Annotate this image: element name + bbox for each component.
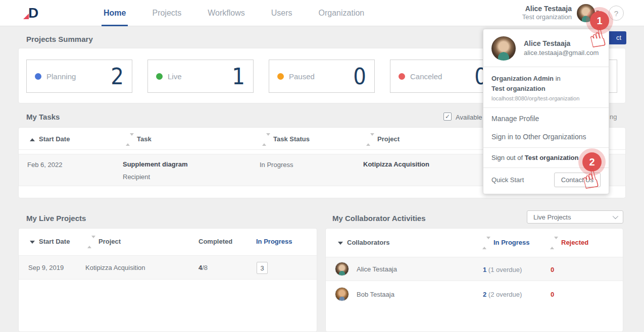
task-status: In Progress: [260, 161, 293, 169]
dropdown-user-email: alice.testaaja@gmail.com: [524, 49, 599, 57]
help-icon: ?: [614, 9, 618, 18]
project-name[interactable]: Kotipizza Acquisition: [85, 264, 145, 271]
paused-dot-icon: [277, 73, 284, 80]
org-name: Test organization: [491, 84, 601, 94]
card-value: 0: [353, 64, 366, 89]
sort-asc-icon: [30, 138, 35, 141]
sort-desc-icon: [30, 241, 35, 244]
projects-filter-select[interactable]: Live Projects: [527, 210, 623, 224]
nav-item-users[interactable]: Users: [271, 0, 292, 26]
nav-item-organization[interactable]: Organization: [319, 0, 365, 26]
my-tasks-title: My Tasks: [26, 113, 60, 121]
collaborator-activities-panel: Collaborators In Progress Rejected Alice…: [325, 228, 623, 332]
chevron-down-icon: [613, 213, 618, 219]
card-label: Live: [168, 72, 182, 81]
clipped-label-fragment: ng: [610, 113, 617, 121]
collaborator-name: Bob Testaaja: [357, 291, 394, 298]
top-navbar: D Home Projects Workflows Users Organiza…: [0, 0, 644, 26]
dropdown-avatar: [491, 36, 516, 61]
card-label: Canceled: [410, 72, 442, 81]
col-task[interactable]: Task: [126, 135, 152, 143]
summary-card-planning[interactable]: Planning 2: [26, 60, 132, 93]
org-role: Organization Admin: [491, 75, 554, 82]
app-logo-icon[interactable]: D: [23, 5, 40, 22]
card-label: Paused: [289, 72, 315, 81]
col-in-progress[interactable]: In Progress: [256, 238, 292, 245]
user-info[interactable]: Alice Testaaja Test organization: [485, 5, 572, 21]
nav-item-workflows[interactable]: Workflows: [208, 0, 245, 26]
dashboard-page: D Home Projects Workflows Users Organiza…: [0, 0, 644, 332]
in-progress-cell[interactable]: 1 (1 overdue): [483, 266, 522, 273]
sort-icon: [366, 136, 374, 143]
canceled-dot-icon: [399, 73, 405, 80]
main-nav: Home Projects Workflows Users Organizati…: [104, 0, 364, 26]
collaborator-row[interactable]: Alice Testaaja 1 (1 overdue) 0: [326, 257, 623, 281]
collaborator-avatar: [335, 287, 349, 301]
sort-icon: [126, 136, 134, 143]
my-live-projects-panel: Start Date Project Completed In Progress…: [18, 228, 317, 332]
logo-letter: D: [28, 5, 38, 22]
menu-item-sign-in-other-orgs[interactable]: Sign in to Other Organizations: [483, 128, 609, 147]
col-in-progress[interactable]: In Progress: [482, 239, 530, 247]
user-name: Alice Testaaja: [485, 5, 572, 13]
sort-icon: [482, 239, 490, 247]
collaborator-activities-title: My Collaborator Activities: [332, 214, 425, 223]
in-progress-count-box[interactable]: 3: [257, 262, 268, 274]
sort-icon: [87, 238, 95, 246]
in-progress-cell[interactable]: 2 (2 overdue): [483, 291, 522, 298]
sort-icon: [550, 239, 558, 247]
col-project[interactable]: Project: [87, 238, 121, 246]
available-checkbox[interactable]: ✓: [443, 113, 452, 121]
my-live-projects-title: My Live Projects: [26, 214, 86, 223]
task-title[interactable]: Supplement diagram: [123, 160, 188, 168]
task-subtitle: Recipient: [123, 173, 150, 181]
planning-dot-icon: [35, 73, 41, 80]
col-project[interactable]: Project: [366, 135, 400, 143]
user-organization: Test organization: [485, 13, 572, 21]
completed-count: 4/8: [199, 264, 208, 271]
org-url: localhost:8080/org/test-organization: [491, 95, 601, 101]
task-start-date: Feb 6, 2022: [27, 161, 62, 169]
menu-item-manage-profile[interactable]: Manage Profile: [483, 108, 609, 128]
live-dot-icon: [156, 73, 163, 80]
collaborators-header-row: Collaborators In Progress Rejected: [326, 229, 623, 255]
dropdown-org-info: Organization Admin in Test organization …: [483, 67, 609, 107]
dropdown-user-name: Alice Testaaja: [524, 39, 599, 47]
rejected-cell[interactable]: 0: [551, 266, 554, 273]
col-start-date[interactable]: Start Date: [30, 135, 70, 143]
live-project-row[interactable]: Sep 9, 2019 Kotipizza Acquisition 4/8 3: [19, 255, 317, 280]
live-projects-header-row: Start Date Project Completed In Progress: [19, 229, 317, 254]
col-collaborators[interactable]: Collaborators: [338, 239, 390, 246]
task-project[interactable]: Kotipizza Acquisition: [363, 160, 429, 168]
card-label: Planning: [46, 72, 76, 81]
projects-summary-title: Projects Summary: [26, 35, 93, 43]
available-checkbox-label: Available: [456, 114, 482, 121]
help-button[interactable]: ?: [609, 6, 624, 21]
col-task-status[interactable]: Task Status: [262, 135, 310, 143]
project-start-date: Sep 9, 2019: [28, 264, 64, 271]
quick-start-link[interactable]: Quick Start: [491, 176, 524, 184]
summary-card-canceled[interactable]: Canceled 0: [390, 60, 496, 93]
filter-value: Live Projects: [533, 213, 571, 221]
checkmark-icon: ✓: [445, 113, 450, 120]
sort-desc-icon: [338, 242, 343, 245]
col-completed[interactable]: Completed: [199, 238, 232, 245]
rejected-cell[interactable]: 0: [551, 291, 554, 298]
card-value: 1: [232, 64, 245, 89]
sort-icon: [262, 136, 270, 143]
collaborator-avatar: [335, 262, 349, 276]
col-rejected[interactable]: Rejected: [550, 239, 588, 247]
col-start-date[interactable]: Start Date: [30, 238, 70, 245]
nav-item-projects[interactable]: Projects: [152, 0, 181, 26]
card-value: 2: [111, 64, 124, 89]
org-role-suffix: in: [554, 75, 561, 82]
collaborator-row[interactable]: Bob Testaaja 2 (2 overdue) 0: [326, 282, 623, 306]
summary-card-paused[interactable]: Paused 0: [269, 60, 375, 93]
nav-item-home[interactable]: Home: [104, 0, 126, 26]
collaborator-name: Alice Testaaja: [357, 265, 397, 273]
summary-card-live[interactable]: Live 1: [147, 60, 254, 93]
